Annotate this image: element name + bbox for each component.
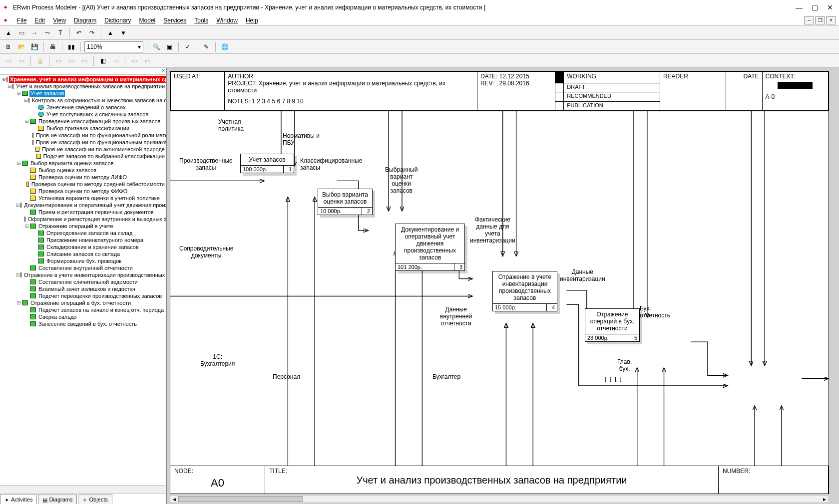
tree-item[interactable]: Пров-ие классиф-ии по функциональным при… [0, 139, 166, 146]
print-button[interactable]: 🖶 [47, 41, 58, 52]
menu-services[interactable]: Services [159, 16, 190, 25]
tree-item[interactable]: ⊟Документирование и оперативный учет дви… [0, 202, 166, 209]
spell-button[interactable]: ✎ [201, 41, 212, 52]
text-tool[interactable]: T [55, 27, 66, 38]
explorer-close-button[interactable]: × [0, 68, 166, 75]
mdi-minimize-button[interactable]: – [804, 16, 814, 24]
tree-item[interactable]: Прием и регистрация первичных документов [0, 209, 166, 216]
tree-item[interactable]: ⊟Контроль за сохранностью и качеством за… [0, 97, 166, 104]
tree-item[interactable]: Учет поступивших и списанных запасов [0, 111, 166, 118]
tb3-10: ▭ [142, 55, 153, 66]
minimize-button[interactable]: — [796, 3, 803, 11]
menubar: ✦ File Edit View Diagram Dictionary Mode… [0, 15, 839, 26]
nav-down-button[interactable]: ▼ [118, 27, 129, 38]
menu-view[interactable]: View [49, 16, 70, 25]
menu-model[interactable]: Model [135, 16, 160, 25]
arrow-tool[interactable]: → [29, 27, 40, 38]
tree-item[interactable]: Составление сличительной ведомости [0, 278, 166, 285]
report-button[interactable]: ▮▮ [66, 41, 77, 52]
menu-dictionary[interactable]: Dictionary [100, 16, 135, 25]
zoom-tool[interactable]: 🔍 [151, 41, 162, 52]
new-button[interactable]: 🗎 [3, 41, 14, 52]
undo-button[interactable]: ↶ [73, 27, 84, 38]
model-tree[interactable]: ⊕ Хранение, учет и анализ информации о м… [0, 75, 166, 485]
tree-item[interactable]: Составление внутренней отчетности [0, 264, 166, 271]
tree-item[interactable]: Списание запасов со склада [0, 251, 166, 257]
tree-item[interactable]: ⊟Учет запасов [0, 90, 166, 97]
tree-item[interactable]: ⊟Учет и анализ производственных запасов … [0, 83, 166, 90]
tree-item[interactable]: Оприходование запасов на склад [0, 230, 166, 237]
save-button[interactable]: 💾 [29, 41, 40, 52]
zoom-select[interactable]: 110%▾ [84, 41, 143, 52]
tree-item[interactable]: Установка варианта оценки в учетной поли… [0, 195, 166, 202]
tree-item[interactable]: Занесение сведений о запасах [0, 104, 166, 111]
model-check-button[interactable]: ✓ [182, 41, 193, 52]
activity-box-2[interactable]: Выбор варианта оценки запасов10 000р.2 [318, 189, 373, 215]
open-button[interactable]: 📂 [16, 41, 27, 52]
tree-item[interactable]: Проверка оценки по методу ФИФО [0, 188, 166, 195]
menu-diagram[interactable]: Diagram [70, 16, 100, 25]
pointer-tool[interactable]: ▲ [3, 27, 14, 38]
tab-diagrams[interactable]: ▤Diagrams [38, 495, 77, 504]
tb3-4: ▭ [53, 55, 64, 66]
activity-box-3[interactable]: Документирование и оперативный учет движ… [395, 224, 465, 271]
close-button[interactable]: ✕ [827, 3, 833, 11]
diagram-canvas[interactable]: USED AT: AUTHOR: PROJECT: Хранение, учет… [170, 71, 829, 494]
canvas-hscroll[interactable]: ◄► [170, 495, 829, 503]
tree-item[interactable]: Пров-ие классиф-ии по экономической прир… [0, 146, 166, 153]
tree-item[interactable]: Пров-ие классиф-ии по функциональной рол… [0, 132, 166, 139]
menu-window[interactable]: Window [212, 16, 242, 25]
tree-item[interactable]: ⊟Выбор варианта оценки запасов [0, 160, 166, 167]
tree-item[interactable]: ⊟Отражение операций в бух. отчетности [0, 299, 166, 306]
menu-tools[interactable]: Tools [190, 16, 212, 25]
tree-item[interactable]: ⊟Проведение классификаций произв-ых запа… [0, 118, 166, 125]
lbl-vybvar: Выбранный вариант оценки запасов [385, 166, 418, 194]
tree-item[interactable]: ⊟Отражение в учете инвентаризации произв… [0, 271, 166, 278]
idef-footer: NODE: A0 TITLE: Учет и анализ производст… [170, 466, 829, 494]
tb3-7[interactable]: ◧ [97, 55, 108, 66]
tree-item[interactable]: Сверка сальдо [0, 313, 166, 320]
diagram-canvas-wrap: USED AT: AUTHOR: PROJECT: Хранение, учет… [167, 68, 839, 504]
tree-item[interactable]: Подсчет переоценки производственных запа… [0, 292, 166, 299]
lbl-soprov: Сопроводительные документы [179, 245, 233, 259]
mdi-close-button[interactable]: × [826, 16, 836, 24]
zoom-fit-button[interactable]: ▣ [164, 41, 175, 52]
activity-box-1[interactable]: Учет запасов100 000р.1 [240, 154, 294, 173]
lbl-inv: Данные инвентаризации [560, 268, 605, 282]
menu-edit[interactable]: Edit [30, 16, 49, 25]
doc-icon: ✦ [3, 17, 10, 24]
activity-box-5[interactable]: Отражение операций в бух. отчетности23 0… [585, 308, 640, 342]
mdi-restore-button[interactable]: ❐ [815, 16, 825, 24]
tree-item[interactable]: Присвоение номенклатурного номера [0, 237, 166, 244]
tree-item[interactable]: Подсчет запасов по выбранной классификац… [0, 153, 166, 160]
squiggle-tool[interactable]: ⤳ [42, 27, 53, 38]
idef-diagram[interactable]: Учетная политика Нормативы и ПБУ Произво… [170, 111, 829, 466]
tree-root[interactable]: Хранение, учет и анализ информации о мат… [9, 76, 166, 83]
redo-button[interactable]: ↷ [86, 27, 97, 38]
app-icon: ✦ [3, 4, 10, 11]
tree-item[interactable]: Складирование и хранение запасов [0, 244, 166, 251]
activity-tool[interactable]: ▭ [16, 27, 27, 38]
tree-item[interactable]: Проверка оценки по методу средней себест… [0, 181, 166, 188]
menu-file[interactable]: File [13, 16, 30, 25]
tree-item[interactable]: Подсчет запасов на начало и конец отч. п… [0, 306, 166, 313]
lbl-klass: Классифицированные запасы [300, 157, 362, 171]
tree-item[interactable]: Проверка оценки по методу ЛИФО [0, 174, 166, 181]
maximize-button[interactable]: ▢ [812, 3, 818, 11]
tree-item[interactable]: Занесение сведений в бух. отчетность [0, 320, 166, 327]
tree-item[interactable]: Выбор оценки запасов [0, 167, 166, 174]
tree-item[interactable]: ⊟Отражение операций в учете [0, 223, 166, 230]
tree-item[interactable]: Оформление и регистрация внутренних и вы… [0, 216, 166, 223]
activity-box-4[interactable]: Отражение в учете инвентаризации произво… [492, 271, 557, 311]
lbl-fakt: Фактические данные для учета инвентариза… [470, 216, 515, 244]
nav-up-button[interactable]: ▲ [105, 27, 116, 38]
menu-help[interactable]: Help [242, 16, 262, 25]
tab-activities[interactable]: ✦Activities [0, 495, 37, 504]
tab-objects[interactable]: ✧Objects [78, 495, 112, 504]
toolbar-model: ▭ ▭ 🔒 ▭ ▭ ▭ ◧ ▭ ▭ ▭ [0, 54, 839, 68]
tree-item[interactable]: Взаимный зачет излишков и недостач [0, 285, 166, 292]
tree-item[interactable]: Формирование бух. проводок [0, 257, 166, 264]
tree-item[interactable]: Выбор признака классификации [0, 125, 166, 132]
explorer-hscroll[interactable] [0, 485, 166, 493]
globe-button[interactable]: 🌐 [219, 41, 230, 52]
